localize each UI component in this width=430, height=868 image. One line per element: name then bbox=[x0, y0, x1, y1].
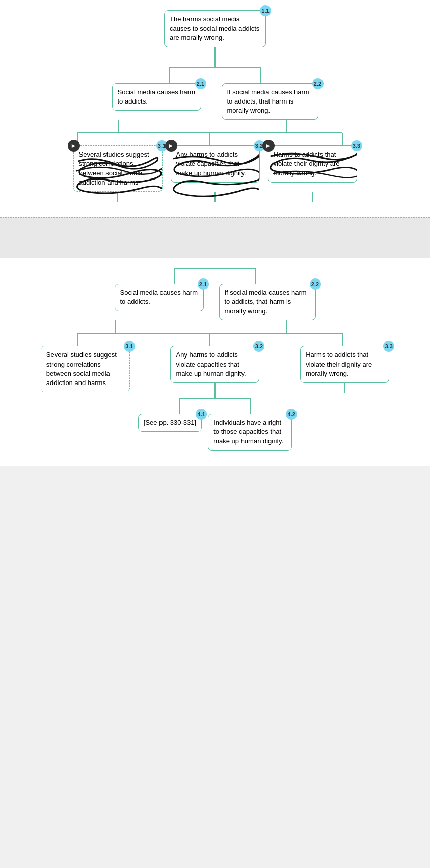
col-b-3-3: 3.3 Harms to addicts that violate their … bbox=[300, 346, 389, 393]
arrow-icon-3-2: ► bbox=[165, 140, 177, 152]
connector-b-3-3-down bbox=[344, 383, 345, 393]
node-1-1-text: The harms social media causes to social … bbox=[170, 15, 259, 41]
node-3-2-text: Any harms to addicts violate capacities … bbox=[176, 150, 246, 176]
node-b-4-2[interactable]: 4.2 Individuals have a right to those ca… bbox=[208, 414, 292, 451]
top-connector-bottom bbox=[108, 268, 322, 284]
col-b-4-1: 4.1 [See pp. 330-331] bbox=[138, 414, 202, 432]
badge-b-4-1: 4.1 bbox=[196, 409, 207, 420]
node-3-3-text: Harms to addicts that violate their dign… bbox=[274, 150, 340, 176]
badge-3-3: 3.3 bbox=[351, 140, 362, 151]
connector-v-1 bbox=[214, 47, 216, 68]
level-3-connectors-bottom bbox=[73, 192, 357, 202]
node-b-4-1[interactable]: 4.1 [See pp. 330-331] bbox=[138, 414, 202, 432]
badge-1-1: 1.1 bbox=[260, 5, 271, 16]
col-b-2-2: 2.2 If social media causes harm to addic… bbox=[219, 284, 316, 321]
level-2: 2.1 Social media causes harm to addicts.… bbox=[112, 83, 318, 120]
badge-2-2: 2.2 bbox=[312, 78, 324, 89]
node-b-3-1-text: Several studies suggest strong correlati… bbox=[46, 351, 117, 387]
node-b-3-1[interactable]: 3.1 Several studies suggest strong corre… bbox=[41, 346, 130, 392]
node-b-3-2-text: Any harms to addicts violate capacities … bbox=[176, 351, 246, 377]
section-bottom: 2.1 Social media causes harm to addicts.… bbox=[0, 258, 430, 466]
node-2-1[interactable]: 2.1 Social media causes harm to addicts. bbox=[112, 83, 201, 111]
node-2-2-text: If social media causes harm to addicts, … bbox=[227, 88, 309, 114]
level-3: ► 3.1 Several studies suggest strong cor… bbox=[73, 145, 357, 192]
col-3-3: ► 3.3 Harms to addicts that violate thei… bbox=[268, 145, 357, 183]
col-3-2: ► 3.2 Any harms to addicts violate capac… bbox=[171, 145, 260, 183]
node-b-3-2[interactable]: 3.2 Any harms to addicts violate capacit… bbox=[170, 346, 259, 383]
node-1-1[interactable]: 1.1 The harms social media causes to soc… bbox=[164, 10, 266, 47]
branch-svg-2 bbox=[37, 120, 393, 145]
badge-b-4-2: 4.2 bbox=[286, 409, 297, 420]
connector-b-3-2-down bbox=[214, 383, 216, 398]
col-b-3-2: 3.2 Any harms to addicts violate capacit… bbox=[138, 346, 292, 450]
node-3-3[interactable]: ► 3.3 Harms to addicts that violate thei… bbox=[268, 145, 357, 183]
badge-2-1: 2.1 bbox=[195, 78, 206, 89]
node-3-1-text: Several studies suggest strong correlati… bbox=[79, 150, 149, 186]
node-b-4-1-text: [See pp. 330-331] bbox=[144, 419, 196, 426]
branch-svg-b-3 bbox=[144, 398, 286, 414]
col-b-3-1: 3.1 Several studies suggest strong corre… bbox=[41, 346, 130, 392]
arrow-icon-3-3: ► bbox=[262, 140, 275, 152]
node-b-2-2[interactable]: 2.2 If social media causes harm to addic… bbox=[219, 284, 316, 321]
node-b-3-3[interactable]: 3.3 Harms to addicts that violate their … bbox=[300, 346, 389, 383]
level-2-bottom: 2.1 Social media causes harm to addicts.… bbox=[115, 284, 316, 321]
col-b-4-2: 4.2 Individuals have a right to those ca… bbox=[208, 414, 292, 451]
node-3-2[interactable]: ► 3.2 Any harms to addicts violate capac… bbox=[171, 145, 260, 183]
branch-svg-1 bbox=[118, 68, 312, 83]
badge-b-3-2: 3.2 bbox=[253, 341, 264, 352]
node-2-2[interactable]: 2.2 If social media causes harm to addic… bbox=[222, 83, 318, 120]
badge-b-2-1: 2.1 bbox=[198, 278, 209, 290]
badge-b-2-2: 2.2 bbox=[310, 278, 321, 290]
tree-bottom: 2.1 Social media causes harm to addicts.… bbox=[5, 268, 425, 451]
badge-b-3-1: 3.1 bbox=[124, 341, 135, 352]
section-divider bbox=[0, 217, 430, 258]
col-3-1: ► 3.1 Several studies suggest strong cor… bbox=[73, 145, 163, 192]
node-b-2-1-text: Social media causes harm to addicts. bbox=[120, 289, 198, 305]
branch-svg-b-2 bbox=[37, 320, 393, 346]
tree-top: 1.1 The harms social media causes to soc… bbox=[5, 10, 425, 202]
col-2-1: 2.1 Social media causes harm to addicts. bbox=[112, 83, 201, 111]
level-4-bottom: 4.1 [See pp. 330-331] 4.2 Individuals ha… bbox=[138, 414, 292, 451]
col-b-2-1: 2.1 Social media causes harm to addicts. bbox=[115, 284, 204, 311]
badge-b-3-3: 3.3 bbox=[383, 341, 394, 352]
level-3-bottom: 3.1 Several studies suggest strong corre… bbox=[41, 346, 389, 450]
node-b-3-3-text: Harms to addicts that violate their dign… bbox=[306, 351, 372, 377]
col-2-2: 2.2 If social media causes harm to addic… bbox=[222, 83, 318, 120]
node-b-2-1[interactable]: 2.1 Social media causes harm to addicts. bbox=[115, 284, 204, 311]
node-b-2-2-text: If social media causes harm to addicts, … bbox=[225, 289, 307, 315]
node-2-1-text: Social media causes harm to addicts. bbox=[118, 88, 195, 105]
level-1: 1.1 The harms social media causes to soc… bbox=[164, 10, 266, 47]
arrow-icon-3-1: ► bbox=[68, 140, 80, 152]
node-3-1[interactable]: ► 3.1 Several studies suggest strong cor… bbox=[73, 145, 163, 192]
node-b-4-2-text: Individuals have a right to those capaci… bbox=[213, 419, 283, 445]
section-top: 1.1 The harms social media causes to soc… bbox=[0, 0, 430, 217]
